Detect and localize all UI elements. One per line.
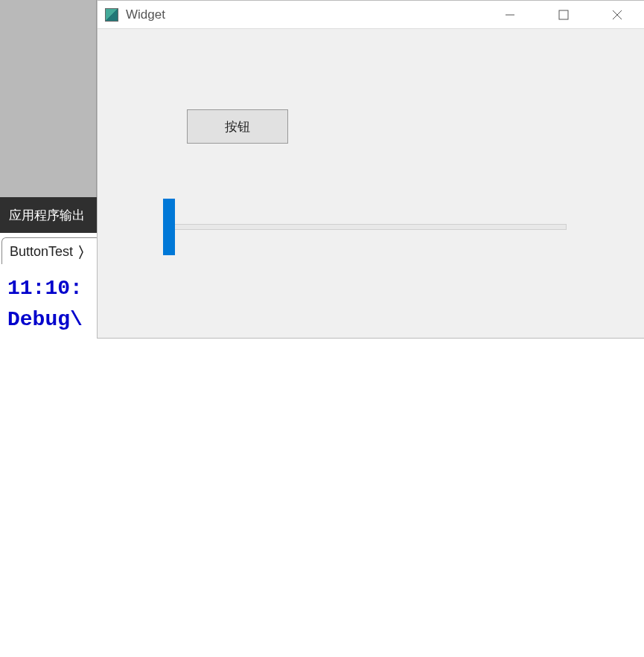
maximize-icon (558, 10, 569, 20)
close-icon[interactable]: 〉 (77, 245, 92, 260)
console-output: 11:10: Debug\ (7, 273, 83, 336)
tab-bar: ButtonTest 〉 (0, 233, 97, 264)
tab-label: ButtonTest (10, 244, 73, 260)
slider-track[interactable] (173, 224, 567, 230)
widget-body: 按钮 (98, 29, 644, 338)
close-icon (612, 10, 622, 20)
slider-handle[interactable] (163, 199, 175, 255)
main-button[interactable]: 按钮 (187, 109, 288, 144)
minimize-icon (505, 10, 515, 20)
output-panel-header: 应用程序输出 (0, 197, 97, 233)
output-panel-label: 应用程序输出 (9, 207, 85, 224)
ide-sidebar-area (0, 0, 97, 197)
window-titlebar[interactable]: Widget (98, 1, 644, 29)
app-icon (105, 8, 118, 22)
tab-buttontest[interactable]: ButtonTest 〉 (1, 237, 101, 264)
console-line-1: 11:10: (7, 277, 83, 300)
widget-window: Widget 按钮 (97, 0, 644, 339)
console-line-2: Debug\ (7, 308, 83, 331)
window-title: Widget (126, 7, 483, 22)
close-button[interactable] (590, 1, 644, 28)
maximize-button[interactable] (537, 1, 590, 28)
svg-rect-1 (559, 10, 568, 19)
minimize-button[interactable] (483, 1, 537, 28)
window-controls (483, 1, 644, 28)
